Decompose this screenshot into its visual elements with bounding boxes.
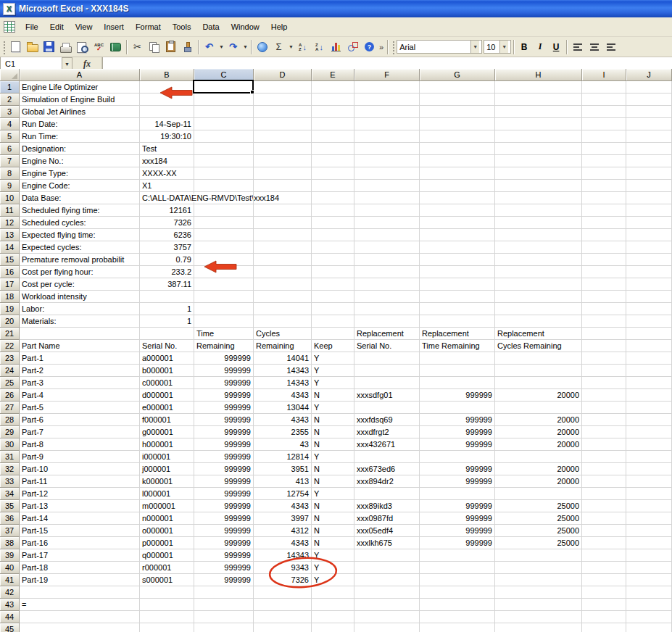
cell-G17[interactable] — [420, 278, 495, 291]
cell-I45[interactable] — [582, 623, 626, 632]
row-header-22[interactable]: 22 — [0, 340, 20, 352]
cell-C11[interactable] — [194, 204, 254, 217]
cell-C4[interactable] — [194, 118, 254, 130]
cell-C12[interactable] — [194, 217, 254, 229]
cell-J15[interactable] — [626, 254, 672, 266]
cell-E35[interactable]: N — [312, 500, 354, 512]
font-size-combo[interactable]: 10▼ — [484, 40, 511, 54]
help-icon[interactable]: ? — [361, 38, 378, 55]
cell-H40[interactable] — [495, 562, 582, 574]
cell-B33[interactable]: k000001 — [140, 475, 194, 488]
column-header-D[interactable]: D — [254, 69, 312, 81]
format-painter-icon[interactable] — [179, 38, 196, 55]
cell-H44[interactable] — [495, 611, 582, 623]
cell-G33[interactable]: 999999 — [420, 475, 495, 488]
cell-B43[interactable] — [140, 599, 194, 611]
cell-J3[interactable] — [626, 106, 672, 118]
cell-H16[interactable] — [495, 266, 582, 278]
cell-G6[interactable] — [420, 143, 495, 155]
cell-F23[interactable] — [354, 352, 420, 365]
sort-descending-icon[interactable]: ZA↓ — [311, 38, 328, 55]
autosum-icon[interactable]: Σ — [270, 38, 287, 55]
cell-C8[interactable] — [194, 167, 254, 180]
cell-F13[interactable] — [354, 229, 420, 241]
cell-D2[interactable] — [254, 93, 312, 106]
cell-J22[interactable] — [626, 340, 672, 352]
insert-hyperlink-icon[interactable] — [254, 38, 270, 55]
cell-A36[interactable]: Part-14 — [20, 512, 140, 525]
cell-D35[interactable]: 4343 — [254, 500, 312, 512]
menu-help[interactable]: Help — [265, 19, 294, 35]
cell-I4[interactable] — [582, 118, 626, 130]
row-header-6[interactable]: 6 — [0, 143, 20, 155]
row-header-15[interactable]: 15 — [0, 254, 20, 266]
cell-G5[interactable] — [420, 130, 495, 143]
cell-E42[interactable] — [312, 586, 354, 599]
redo-icon[interactable]: ↷ — [225, 38, 241, 55]
cell-F21[interactable]: Replacement — [354, 328, 420, 340]
cell-F10[interactable] — [354, 192, 420, 204]
cell-J12[interactable] — [626, 217, 672, 229]
cell-G19[interactable] — [420, 303, 495, 315]
cell-D26[interactable]: 4343 — [254, 389, 312, 402]
cell-I39[interactable] — [582, 549, 626, 562]
cell-G43[interactable] — [420, 599, 495, 611]
row-header-28[interactable]: 28 — [0, 414, 20, 426]
cell-C34[interactable]: 999999 — [194, 488, 254, 500]
menu-insert[interactable]: Insert — [98, 19, 130, 35]
cell-B34[interactable]: l000001 — [140, 488, 194, 500]
cell-E1[interactable] — [312, 81, 354, 93]
cell-C41[interactable]: 999999 — [194, 574, 254, 586]
row-header-5[interactable]: 5 — [0, 130, 20, 143]
cell-H25[interactable] — [495, 377, 582, 389]
cell-E23[interactable]: Y — [312, 352, 354, 365]
cell-D22[interactable]: Remaining — [254, 340, 312, 352]
cell-F11[interactable] — [354, 204, 420, 217]
cell-D24[interactable]: 14343 — [254, 365, 312, 377]
cell-F45[interactable] — [354, 623, 420, 632]
cell-H5[interactable] — [495, 130, 582, 143]
cell-C5[interactable] — [194, 130, 254, 143]
cell-B45[interactable] — [140, 623, 194, 632]
cell-H22[interactable]: Cycles Remaining — [495, 340, 582, 352]
cell-F16[interactable] — [354, 266, 420, 278]
cell-D32[interactable]: 3951 — [254, 463, 312, 475]
cell-D33[interactable]: 413 — [254, 475, 312, 488]
cell-F2[interactable] — [354, 93, 420, 106]
cell-B12[interactable]: 7326 — [140, 217, 194, 229]
cell-D42[interactable] — [254, 586, 312, 599]
autosum-dropdown-icon[interactable]: ▼ — [288, 44, 294, 49]
cell-F33[interactable]: xxx894dr2 — [354, 475, 420, 488]
cell-D18[interactable] — [254, 291, 312, 303]
cell-H12[interactable] — [495, 217, 582, 229]
cell-A12[interactable]: Scheduled cycles: — [20, 217, 140, 229]
cell-A11[interactable]: Scheduled flying time: — [20, 204, 140, 217]
cell-C17[interactable] — [194, 278, 254, 291]
cell-A39[interactable]: Part-17 — [20, 549, 140, 562]
cell-D6[interactable] — [254, 143, 312, 155]
cell-E11[interactable] — [312, 204, 354, 217]
cell-G1[interactable] — [420, 81, 495, 93]
row-header-2[interactable]: 2 — [0, 93, 20, 106]
cell-J19[interactable] — [626, 303, 672, 315]
cell-J2[interactable] — [626, 93, 672, 106]
save-icon[interactable] — [41, 38, 57, 55]
cell-F20[interactable] — [354, 315, 420, 328]
cell-I16[interactable] — [582, 266, 626, 278]
cell-H7[interactable] — [495, 155, 582, 167]
cell-C9[interactable] — [194, 180, 254, 192]
cell-J39[interactable] — [626, 549, 672, 562]
cell-H35[interactable]: 25000 — [495, 500, 582, 512]
column-header-I[interactable]: I — [582, 69, 626, 81]
cell-B42[interactable] — [140, 586, 194, 599]
row-header-9[interactable]: 9 — [0, 180, 20, 192]
row-header-16[interactable]: 16 — [0, 266, 20, 278]
cell-J14[interactable] — [626, 241, 672, 254]
cell-E32[interactable]: N — [312, 463, 354, 475]
cell-J42[interactable] — [626, 586, 672, 599]
cell-A44[interactable] — [20, 611, 140, 623]
cell-H17[interactable] — [495, 278, 582, 291]
cell-J11[interactable] — [626, 204, 672, 217]
cell-I38[interactable] — [582, 537, 626, 549]
drawing-icon[interactable] — [344, 38, 361, 55]
